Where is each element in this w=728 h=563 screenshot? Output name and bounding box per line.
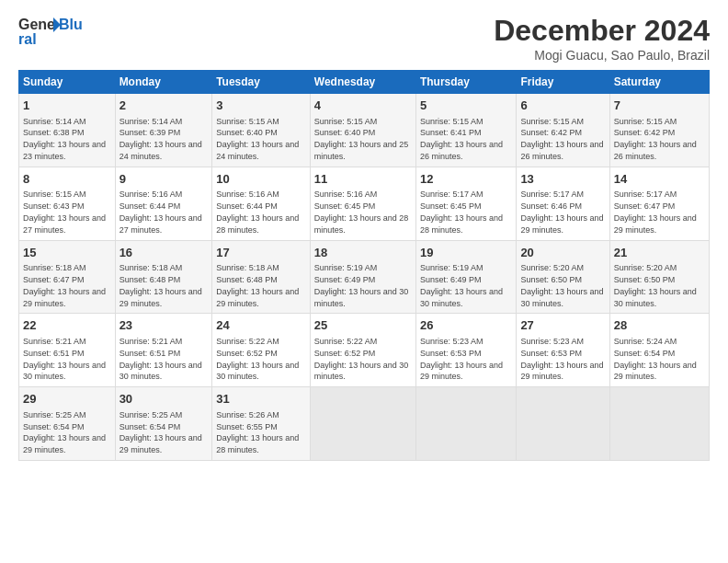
day-number: 30 [119,391,209,408]
calendar-cell: 26 Sunrise: 5:23 AMSunset: 6:53 PMDaylig… [415,314,516,387]
weekday-monday: Monday [115,71,212,94]
day-number: 26 [420,317,512,334]
day-info: Sunrise: 5:18 AMSunset: 6:48 PMDaylight:… [119,263,202,307]
day-number: 4 [314,98,412,114]
day-info: Sunrise: 5:22 AMSunset: 6:52 PMDaylight:… [314,337,409,381]
day-info: Sunrise: 5:19 AMSunset: 6:49 PMDaylight:… [314,263,409,307]
calendar-cell: 25 Sunrise: 5:22 AMSunset: 6:52 PMDaylig… [310,314,415,387]
day-number: 9 [119,171,209,188]
day-info: Sunrise: 5:16 AMSunset: 6:45 PMDaylight:… [314,190,409,234]
day-info: Sunrise: 5:18 AMSunset: 6:48 PMDaylight:… [216,263,299,307]
calendar-cell [415,387,516,461]
calendar-cell: 8 Sunrise: 5:15 AMSunset: 6:43 PMDayligh… [19,167,116,240]
svg-text:ral: ral [18,31,37,47]
weekday-thursday: Thursday [415,71,516,94]
calendar-cell: 13 Sunrise: 5:17 AMSunset: 6:46 PMDaylig… [517,167,609,240]
header: Gene ral Blue December 2024 Mogi Guacu, … [18,14,710,63]
svg-text:Blue: Blue [59,17,83,32]
day-info: Sunrise: 5:14 AMSunset: 6:38 PMDaylight:… [23,117,106,161]
day-info: Sunrise: 5:15 AMSunset: 6:43 PMDaylight:… [23,190,106,234]
calendar-cell: 16 Sunrise: 5:18 AMSunset: 6:48 PMDaylig… [115,240,212,314]
title-area: December 2024 Mogi Guacu, Sao Paulo, Bra… [494,14,710,63]
day-number: 16 [119,245,209,261]
calendar-cell: 14 Sunrise: 5:17 AMSunset: 6:47 PMDaylig… [609,167,709,240]
day-info: Sunrise: 5:15 AMSunset: 6:41 PMDaylight:… [420,117,503,161]
weekday-tuesday: Tuesday [212,71,311,94]
day-number: 20 [520,245,605,261]
day-info: Sunrise: 5:23 AMSunset: 6:53 PMDaylight:… [420,337,503,381]
day-number: 1 [23,98,111,114]
calendar-cell: 4 Sunrise: 5:15 AMSunset: 6:40 PMDayligh… [310,94,415,167]
day-number: 25 [314,317,412,334]
day-info: Sunrise: 5:18 AMSunset: 6:47 PMDaylight:… [23,263,106,307]
day-info: Sunrise: 5:16 AMSunset: 6:44 PMDaylight:… [119,190,202,234]
day-number: 22 [23,317,111,334]
day-number: 10 [216,171,306,188]
day-number: 19 [420,245,512,261]
day-info: Sunrise: 5:25 AMSunset: 6:54 PMDaylight:… [119,410,202,454]
calendar-table: SundayMondayTuesdayWednesdayThursdayFrid… [18,70,710,461]
day-number: 5 [420,98,512,114]
day-info: Sunrise: 5:19 AMSunset: 6:49 PMDaylight:… [420,263,503,307]
weekday-wednesday: Wednesday [310,71,415,94]
day-number: 12 [420,171,512,188]
weekday-sunday: Sunday [19,71,116,94]
day-info: Sunrise: 5:17 AMSunset: 6:46 PMDaylight:… [520,190,603,234]
logo: Gene ral Blue [18,14,83,51]
day-number: 8 [23,171,111,188]
day-info: Sunrise: 5:21 AMSunset: 6:51 PMDaylight:… [23,337,106,381]
weekday-header-row: SundayMondayTuesdayWednesdayThursdayFrid… [19,71,710,94]
calendar-cell: 20 Sunrise: 5:20 AMSunset: 6:50 PMDaylig… [517,240,609,314]
calendar-cell [609,387,709,461]
week-row-2: 8 Sunrise: 5:15 AMSunset: 6:43 PMDayligh… [19,167,710,240]
calendar-cell: 27 Sunrise: 5:23 AMSunset: 6:53 PMDaylig… [517,314,609,387]
week-row-5: 29 Sunrise: 5:25 AMSunset: 6:54 PMDaylig… [19,387,710,461]
day-info: Sunrise: 5:14 AMSunset: 6:39 PMDaylight:… [119,117,202,161]
calendar-cell: 10 Sunrise: 5:16 AMSunset: 6:44 PMDaylig… [212,167,311,240]
day-info: Sunrise: 5:20 AMSunset: 6:50 PMDaylight:… [520,263,603,307]
calendar-cell: 24 Sunrise: 5:22 AMSunset: 6:52 PMDaylig… [212,314,311,387]
day-info: Sunrise: 5:24 AMSunset: 6:54 PMDaylight:… [614,337,697,381]
calendar-cell: 7 Sunrise: 5:15 AMSunset: 6:42 PMDayligh… [609,94,709,167]
day-number: 27 [520,317,605,334]
day-info: Sunrise: 5:15 AMSunset: 6:40 PMDaylight:… [314,117,409,161]
calendar-cell: 18 Sunrise: 5:19 AMSunset: 6:49 PMDaylig… [310,240,415,314]
day-number: 17 [216,245,306,261]
calendar-cell: 15 Sunrise: 5:18 AMSunset: 6:47 PMDaylig… [19,240,116,314]
day-number: 21 [614,245,705,261]
day-info: Sunrise: 5:15 AMSunset: 6:42 PMDaylight:… [520,117,603,161]
day-info: Sunrise: 5:21 AMSunset: 6:51 PMDaylight:… [119,337,202,381]
calendar-page: Gene ral Blue December 2024 Mogi Guacu, … [0,0,728,563]
calendar-cell [517,387,609,461]
calendar-cell: 12 Sunrise: 5:17 AMSunset: 6:45 PMDaylig… [415,167,516,240]
day-number: 28 [614,317,705,334]
calendar-cell: 2 Sunrise: 5:14 AMSunset: 6:39 PMDayligh… [115,94,212,167]
day-number: 23 [119,317,209,334]
day-number: 6 [520,98,605,114]
calendar-cell: 21 Sunrise: 5:20 AMSunset: 6:50 PMDaylig… [609,240,709,314]
week-row-1: 1 Sunrise: 5:14 AMSunset: 6:38 PMDayligh… [19,94,710,167]
day-number: 7 [614,98,705,114]
day-info: Sunrise: 5:15 AMSunset: 6:40 PMDaylight:… [216,117,299,161]
day-number: 24 [216,317,306,334]
day-info: Sunrise: 5:22 AMSunset: 6:52 PMDaylight:… [216,337,299,381]
week-row-3: 15 Sunrise: 5:18 AMSunset: 6:47 PMDaylig… [19,240,710,314]
calendar-cell: 1 Sunrise: 5:14 AMSunset: 6:38 PMDayligh… [19,94,116,167]
day-info: Sunrise: 5:25 AMSunset: 6:54 PMDaylight:… [23,410,106,454]
calendar-cell [310,387,415,461]
weekday-saturday: Saturday [609,71,709,94]
calendar-cell: 5 Sunrise: 5:15 AMSunset: 6:41 PMDayligh… [415,94,516,167]
calendar-cell: 22 Sunrise: 5:21 AMSunset: 6:51 PMDaylig… [19,314,116,387]
calendar-cell: 30 Sunrise: 5:25 AMSunset: 6:54 PMDaylig… [115,387,212,461]
calendar-cell: 29 Sunrise: 5:25 AMSunset: 6:54 PMDaylig… [19,387,116,461]
calendar-cell: 19 Sunrise: 5:19 AMSunset: 6:49 PMDaylig… [415,240,516,314]
day-number: 11 [314,171,412,188]
weekday-friday: Friday [517,71,609,94]
calendar-cell: 28 Sunrise: 5:24 AMSunset: 6:54 PMDaylig… [609,314,709,387]
day-number: 14 [614,171,705,188]
logo-svg: Gene ral Blue [18,14,83,51]
svg-text:Gene: Gene [18,17,55,32]
calendar-cell: 23 Sunrise: 5:21 AMSunset: 6:51 PMDaylig… [115,314,212,387]
day-info: Sunrise: 5:20 AMSunset: 6:50 PMDaylight:… [614,263,697,307]
day-number: 13 [520,171,605,188]
